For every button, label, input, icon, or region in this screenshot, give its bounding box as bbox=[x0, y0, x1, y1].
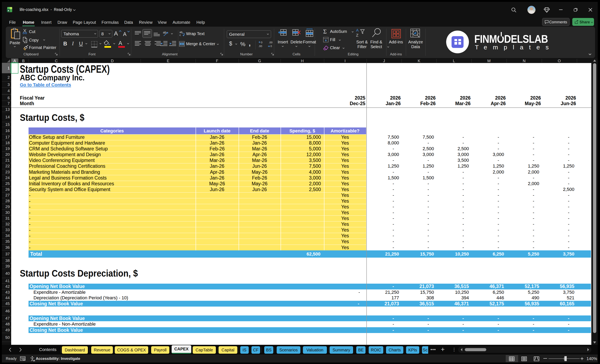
svg-text:c: c bbox=[179, 34, 181, 36]
svg-text:x: x bbox=[8, 9, 9, 12]
svg-text:0: 0 bbox=[271, 45, 272, 48]
svg-text:ab: ab bbox=[163, 31, 167, 34]
svg-text:A: A bbox=[356, 28, 359, 32]
svg-text:Z: Z bbox=[356, 33, 358, 37]
svg-text:.00: .00 bbox=[258, 45, 262, 48]
svg-text:0: 0 bbox=[261, 41, 262, 44]
